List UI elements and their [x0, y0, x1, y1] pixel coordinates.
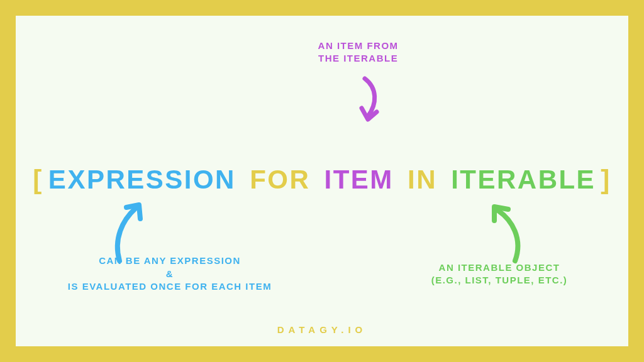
diagram-canvas: AN ITEM FROM THE ITERABLE [EXPRESSION FO…	[16, 16, 628, 346]
annotation-expression-line1: CAN BE ANY EXPRESSION	[57, 255, 283, 267]
footer-attribution: DATAGY.IO	[277, 324, 367, 335]
annotation-expression-line2: IS EVALUATED ONCE FOR EACH ITEM	[57, 280, 283, 293]
annotation-iterable: AN ITERABLE OBJECT (E.G., LIST, TUPLE, E…	[405, 261, 594, 287]
annotation-item: AN ITEM FROM THE ITERABLE	[318, 40, 399, 65]
arrow-item-icon	[349, 75, 387, 126]
annotation-expression: CAN BE ANY EXPRESSION & IS EVALUATED ONC…	[57, 255, 283, 293]
list-comprehension-syntax: [EXPRESSION FOR ITEM IN ITERABLE]	[30, 165, 613, 195]
bracket-close: ]	[601, 165, 611, 194]
annotation-expression-amp: &	[57, 268, 283, 280]
token-in: IN	[408, 165, 437, 194]
token-item: ITEM	[324, 165, 393, 194]
annotation-iterable-line2: (E.G., LIST, TUPLE, ETC.)	[405, 274, 594, 287]
arrow-iterable-icon	[480, 204, 525, 264]
token-iterable: ITERABLE	[451, 165, 596, 194]
annotation-item-line1: AN ITEM FROM	[318, 40, 399, 52]
annotation-item-line2: THE ITERABLE	[318, 52, 399, 65]
token-expression: EXPRESSION	[48, 165, 236, 194]
bracket-open: [	[33, 165, 43, 194]
annotation-iterable-line1: AN ITERABLE OBJECT	[405, 261, 594, 274]
token-for: FOR	[250, 165, 310, 194]
